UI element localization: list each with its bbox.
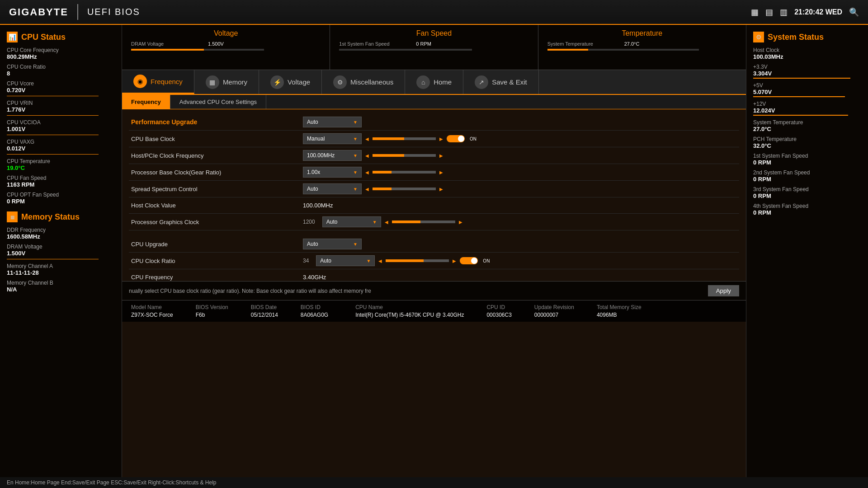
system-status-item: 4th System Fan Speed 0 RPM xyxy=(753,203,861,216)
settings-row: Performance Upgrade Auto ▼ xyxy=(129,114,739,131)
slider-track[interactable] xyxy=(386,259,449,262)
slider-track[interactable] xyxy=(392,221,455,223)
sys-temp-value: 27.0°C xyxy=(624,41,640,47)
slider-left-arrow[interactable]: ◀ xyxy=(365,153,369,158)
settings-control: 100.00MHz ▼ ◀ ▶ xyxy=(303,150,737,161)
save-exit-tab-icon: ↗ xyxy=(475,75,488,89)
system-status-item: 2nd System Fan Speed 0 RPM xyxy=(753,169,861,183)
settings-label: CPU Upgrade xyxy=(131,241,303,248)
slider-right-arrow[interactable]: ▶ xyxy=(439,153,443,158)
memory-tab-label: Memory xyxy=(223,78,247,86)
system-status-header: ⚙ System Status xyxy=(753,32,861,42)
slider-fill xyxy=(373,137,404,140)
search-icon[interactable]: 🔍 xyxy=(849,7,859,17)
slider-fill xyxy=(373,171,392,174)
slider-track[interactable] xyxy=(373,154,436,157)
cpu-upgrade-dropdown[interactable]: Auto ▼ xyxy=(303,239,362,249)
cpu-status-item: CPU VCCIOA 1.001V xyxy=(7,119,115,135)
slider-right-arrow[interactable]: ▶ xyxy=(459,220,462,225)
slider-left-arrow[interactable]: ◀ xyxy=(365,187,369,192)
temp-section: Temperature System Temperature 27.0°C xyxy=(538,25,746,70)
toggle-thumb xyxy=(458,136,464,142)
bios-title: UEFI BIOS xyxy=(87,7,140,17)
fan-speed-row: 1st System Fan Speed 0 RPM xyxy=(339,41,528,47)
temp-bar-track xyxy=(547,49,699,51)
host/pcie-clock-frequency-dropdown[interactable]: 100.00MHz ▼ xyxy=(303,150,362,161)
memory-status-item: Memory Channel B N/A xyxy=(7,280,115,293)
sub-tab-advanced-cpu-core-settings[interactable]: Advanced CPU Core Settings xyxy=(170,95,266,109)
grid3-icon[interactable]: ▥ xyxy=(780,7,788,17)
memory-status-header: ▦ Memory Status xyxy=(7,211,115,222)
processor-base-clock(gear-ratio)-dropdown[interactable]: 1.00x ▼ xyxy=(303,167,362,178)
settings-control: 100.00MHz xyxy=(303,202,737,209)
sysinfo-item: Model Name Z97X-SOC Force xyxy=(131,304,173,318)
temp-title: Temperature xyxy=(547,29,737,38)
sys-temp-row: System Temperature 27.0°C xyxy=(547,41,737,47)
voltage-section: Voltage DRAM Voltage 1.500V xyxy=(122,25,330,70)
toggle-switch[interactable] xyxy=(447,135,465,142)
sysinfo-value: 05/12/2014 xyxy=(251,312,278,318)
slider-left-arrow[interactable]: ◀ xyxy=(365,136,369,141)
grid-icon[interactable]: ▦ xyxy=(751,7,759,17)
slider-track[interactable] xyxy=(373,188,436,190)
logo-divider xyxy=(77,4,78,20)
slider-left-arrow[interactable]: ◀ xyxy=(378,258,382,263)
tab-frequency[interactable]: ◉ Frequency xyxy=(122,70,194,94)
dram-voltage-label: DRAM Voltage xyxy=(131,41,203,47)
clock-display: 21:20:42 WED xyxy=(794,8,842,16)
settings-row: Spread Spectrum Control Auto ▼ ◀ ▶ xyxy=(129,181,739,197)
slider-right-arrow[interactable]: ▶ xyxy=(439,170,443,175)
processor-graphics-clock-dropdown[interactable]: Auto ▼ xyxy=(322,216,381,227)
slider-left-arrow[interactable]: ◀ xyxy=(385,220,388,225)
cpu-status-list: CPU Core Frequency 800.29MHz CPU Core Ra… xyxy=(7,47,115,205)
slider-left-arrow[interactable]: ◀ xyxy=(365,170,369,175)
system-status-title: System Status xyxy=(768,33,824,42)
apply-button[interactable]: Apply xyxy=(708,285,739,296)
voltage-bar-track xyxy=(131,49,264,51)
sysinfo-item: BIOS Date 05/12/2014 xyxy=(251,304,278,318)
sysinfo-label: Update Revision xyxy=(534,304,574,310)
cpu-status-item: CPU Temperature 19.0°C xyxy=(7,158,115,171)
slider-fill xyxy=(373,154,404,157)
fan-speed-label: 1st System Fan Speed xyxy=(339,41,411,47)
sub-tabs: FrequencyAdvanced CPU Core Settings xyxy=(122,95,746,109)
sysinfo-item: CPU ID 000306C3 xyxy=(486,304,511,318)
settings-control: Auto ▼ xyxy=(303,239,737,249)
settings-label: Host/PCIe Clock Frequency xyxy=(131,152,303,159)
settings-row: Host/PCIe Clock Frequency 100.00MHz ▼ ◀ … xyxy=(129,147,739,164)
miscellaneous-tab-label: Miscellaneous xyxy=(350,78,393,86)
performance-upgrade-dropdown[interactable]: Auto ▼ xyxy=(303,117,362,127)
settings-row: CPU Upgrade Auto ▼ xyxy=(129,236,739,253)
grid2-icon[interactable]: ▤ xyxy=(765,7,773,17)
tab-voltage[interactable]: ⚡ Voltage xyxy=(259,70,322,94)
spread-spectrum-control-dropdown[interactable]: Auto ▼ xyxy=(303,183,362,194)
sysinfo-item: Update Revision 00000007 xyxy=(534,304,574,318)
cpu-status-item: CPU Fan Speed 1163 RPM xyxy=(7,175,115,188)
tab-home[interactable]: ⌂ Home xyxy=(405,70,463,94)
memory-status-title: Memory Status xyxy=(21,212,80,222)
settings-table: Performance Upgrade Auto ▼ CPU Base Cloc… xyxy=(122,109,746,281)
memory-status-item: DRAM Voltage 1.500V xyxy=(7,244,115,259)
cpu-base-clock-dropdown[interactable]: Manual ▼ xyxy=(303,133,362,144)
settings-label: Performance Upgrade xyxy=(131,118,303,126)
slider-right-arrow[interactable]: ▶ xyxy=(439,187,443,192)
settings-row: CPU Frequency 3.40GHz xyxy=(129,269,739,281)
tab-miscellaneous[interactable]: ⚙ Miscellaneous xyxy=(322,70,405,94)
slider-track[interactable] xyxy=(373,137,436,140)
settings-row: Processor Base Clock(Gear Ratio) 1.00x ▼… xyxy=(129,164,739,181)
tab-memory[interactable]: ▦ Memory xyxy=(194,70,259,94)
slider-right-arrow[interactable]: ▶ xyxy=(439,136,443,141)
toggle-thumb xyxy=(471,258,477,264)
voltage-tab-label: Voltage xyxy=(288,78,310,86)
description-text: nually select CPU base clock ratio (gear… xyxy=(129,288,371,294)
sysinfo-label: BIOS Version xyxy=(196,304,228,310)
tab-save-exit[interactable]: ↗ Save & Exit xyxy=(463,70,539,94)
slider-track[interactable] xyxy=(373,171,436,174)
settings-row: CPU Base Clock Manual ▼ ◀ ▶ ON xyxy=(129,131,739,147)
cpu-clock-ratio-dropdown[interactable]: Auto ▼ xyxy=(316,255,375,266)
sub-tab-frequency[interactable]: Frequency xyxy=(122,95,170,109)
toggle-switch[interactable] xyxy=(460,257,478,264)
cpu-status-item: CPU VAXG 0.012V xyxy=(7,139,115,155)
number-value: 1200 xyxy=(303,219,315,225)
slider-right-arrow[interactable]: ▶ xyxy=(453,258,456,263)
